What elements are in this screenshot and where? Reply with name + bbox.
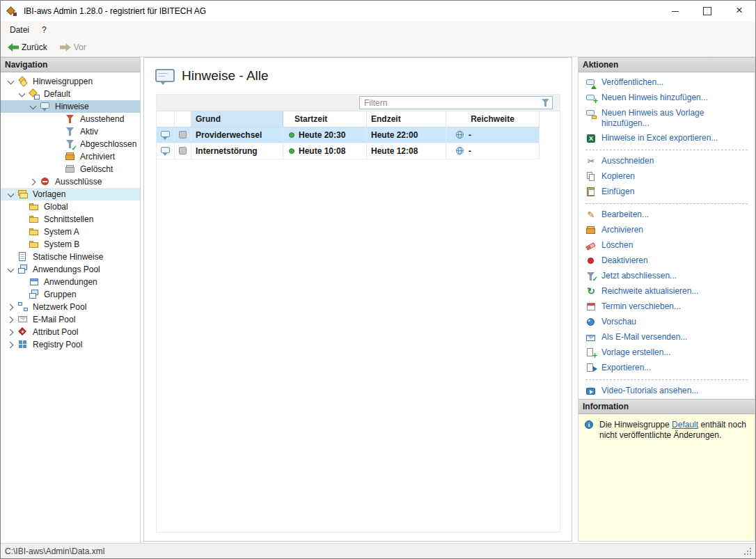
action-als-email-versenden[interactable]: Als E-Mail versenden... bbox=[578, 330, 755, 345]
nav-item-ausschluesse[interactable]: Ausschlüsse bbox=[1, 175, 140, 188]
cell-grund: Internetstörung bbox=[191, 143, 283, 159]
nav-item-registry-pool[interactable]: Registry Pool bbox=[1, 338, 140, 351]
filter-input[interactable] bbox=[359, 96, 553, 109]
action-neuen-hinweis-hinzufuegen[interactable]: Neuen Hinweis hinzufügen... bbox=[578, 90, 755, 106]
scissors-icon bbox=[585, 156, 597, 167]
chevron-placeholder bbox=[16, 289, 29, 300]
minimize-button[interactable] bbox=[659, 1, 691, 22]
action-video-tutorials[interactable]: Video-Tutorials ansehen... bbox=[578, 384, 755, 399]
action-deaktivieren[interactable]: Deaktivieren bbox=[578, 253, 755, 269]
nav-item-hinweise[interactable]: Hinweise bbox=[1, 100, 140, 113]
nav-item-anwendungen[interactable]: Anwendungen bbox=[1, 276, 140, 288]
chevron-down-icon[interactable] bbox=[5, 76, 17, 87]
window-group-icon bbox=[29, 289, 40, 300]
action-label: Ausschneiden bbox=[601, 156, 654, 166]
group-icon bbox=[29, 88, 40, 100]
action-kopieren[interactable]: Kopieren bbox=[578, 169, 755, 184]
attribute-icon bbox=[17, 326, 29, 338]
navigation-panel: Navigation Hinweisgruppen Default Hinwei… bbox=[1, 57, 141, 543]
menu-help[interactable]: ? bbox=[36, 23, 53, 37]
nav-item-ausstehend[interactable]: Ausstehend bbox=[1, 113, 140, 125]
column-header-startzeit[interactable]: Startzeit bbox=[283, 111, 367, 127]
column-header-endzeit[interactable]: Endzeit bbox=[367, 111, 446, 127]
page-title: Hinweise - Alle bbox=[182, 68, 269, 84]
nav-item-archiviert[interactable]: Archiviert bbox=[1, 150, 140, 163]
nav-label: Abgeschlossen bbox=[78, 139, 139, 149]
action-ausschneiden[interactable]: Ausschneiden bbox=[578, 154, 755, 169]
table-header: Grund Startzeit Endzeit Reichweite bbox=[157, 111, 540, 127]
statusbar: C:\IBI-aws\Admin\Data.xml bbox=[1, 543, 755, 558]
action-label: Deaktivieren bbox=[601, 255, 648, 266]
nav-item-statische-hinweise[interactable]: Statische Hinweise bbox=[1, 251, 140, 263]
nav-item-attribut-pool[interactable]: Attribut Pool bbox=[1, 326, 140, 338]
action-neuen-hinweis-aus-vorlage[interactable]: Neuen Hinweis aus Vorlage hinzufügen... bbox=[578, 106, 755, 131]
action-label: Neuen Hinweis hinzufügen... bbox=[601, 93, 708, 103]
chevron-placeholder bbox=[16, 226, 29, 237]
action-archivieren[interactable]: Archivieren bbox=[578, 223, 755, 238]
publish-icon bbox=[585, 77, 597, 88]
nav-item-hinweisgruppen[interactable]: Hinweisgruppen bbox=[1, 75, 140, 88]
startzeit-value: Heute 10:08 bbox=[299, 146, 345, 156]
action-einfuegen[interactable]: Einfügen bbox=[578, 184, 755, 200]
chevron-down-icon[interactable] bbox=[27, 101, 40, 112]
action-vorschau[interactable]: Vorschau bbox=[578, 315, 755, 330]
state-icon bbox=[178, 129, 189, 141]
chevron-right-icon[interactable] bbox=[5, 301, 17, 313]
nav-item-abgeschlossen[interactable]: Abgeschlossen bbox=[1, 138, 140, 150]
table-row[interactable]: Providerwechsel Heute 20:30 Heute 22:00 … bbox=[157, 127, 540, 143]
action-excel-exportieren[interactable]: Hinweise in Excel exportieren... bbox=[578, 131, 755, 146]
column-header-reichweite[interactable]: Reichweite bbox=[446, 111, 540, 127]
action-loeschen[interactable]: Löschen bbox=[578, 238, 755, 253]
back-arrow-icon bbox=[8, 42, 19, 52]
chevron-right-icon[interactable] bbox=[27, 176, 40, 187]
resize-grip-icon[interactable] bbox=[743, 546, 753, 556]
action-jetzt-abschliessen[interactable]: Jetzt abschliessen... bbox=[578, 269, 755, 284]
forward-button[interactable]: Vor bbox=[57, 41, 89, 54]
active-status-icon bbox=[289, 132, 294, 138]
speech-bubble-icon bbox=[40, 101, 51, 112]
folder-icon bbox=[29, 201, 40, 212]
forward-label: Vor bbox=[74, 42, 86, 52]
chevron-down-icon[interactable] bbox=[5, 189, 17, 200]
nav-item-schnittstellen[interactable]: Schnittstellen bbox=[1, 213, 140, 226]
chevron-placeholder bbox=[16, 214, 29, 225]
nav-item-aktiv[interactable]: Aktiv bbox=[1, 125, 140, 138]
chevron-down-icon[interactable] bbox=[16, 88, 29, 100]
table-row[interactable]: Internetstörung Heute 10:08 Heute 12:08 … bbox=[157, 143, 540, 159]
column-header-type-icon[interactable] bbox=[157, 111, 175, 127]
actions-panel: Aktionen Veröffentlichen... Neuen Hinwei… bbox=[578, 57, 755, 542]
chevron-right-icon[interactable] bbox=[5, 326, 17, 338]
nav-item-system-a[interactable]: System A bbox=[1, 226, 140, 238]
menu-datei[interactable]: Datei bbox=[3, 23, 36, 37]
action-label: Bearbeiten... bbox=[601, 210, 649, 220]
nav-item-vorlagen[interactable]: Vorlagen bbox=[1, 188, 140, 200]
action-exportieren[interactable]: Exportieren... bbox=[578, 361, 755, 376]
action-termin-verschieben[interactable]: Termin verschieben... bbox=[578, 299, 755, 315]
nav-item-gruppen[interactable]: Gruppen bbox=[1, 288, 140, 301]
nav-item-email-pool[interactable]: E-Mail Pool bbox=[1, 313, 140, 326]
chevron-placeholder bbox=[52, 139, 65, 150]
action-reichweite-aktualisieren[interactable]: Reichweite aktualisieren... bbox=[578, 284, 755, 299]
column-header-state-icon[interactable] bbox=[175, 111, 191, 127]
nav-item-global[interactable]: Global bbox=[1, 200, 140, 213]
nav-item-anwendungs-pool[interactable]: Anwendungs Pool bbox=[1, 263, 140, 276]
nav-item-geloescht[interactable]: Gelöscht bbox=[1, 163, 140, 175]
nav-label: Attribut Pool bbox=[31, 327, 80, 337]
back-button[interactable]: Zurück bbox=[5, 41, 50, 54]
nav-item-default[interactable]: Default bbox=[1, 88, 140, 100]
chevron-right-icon[interactable] bbox=[5, 339, 17, 350]
nav-item-netzwerk-pool[interactable]: Netzwerk Pool bbox=[1, 301, 140, 313]
default-group-link[interactable]: Default bbox=[672, 420, 698, 430]
action-veroeffentlichen[interactable]: Veröffentlichen... bbox=[578, 75, 755, 90]
info-icon bbox=[584, 420, 595, 431]
action-bearbeiten[interactable]: Bearbeiten... bbox=[578, 207, 755, 223]
chevron-down-icon[interactable] bbox=[5, 264, 17, 275]
actions-header: Aktionen bbox=[578, 57, 755, 72]
close-button[interactable] bbox=[723, 1, 755, 22]
chevron-right-icon[interactable] bbox=[5, 314, 17, 325]
column-header-grund[interactable]: Grund bbox=[191, 111, 283, 127]
maximize-button[interactable] bbox=[691, 1, 723, 22]
nav-item-system-b[interactable]: System B bbox=[1, 238, 140, 251]
filter-icon[interactable] bbox=[540, 97, 551, 109]
action-vorlage-erstellen[interactable]: Vorlage erstellen... bbox=[578, 345, 755, 361]
